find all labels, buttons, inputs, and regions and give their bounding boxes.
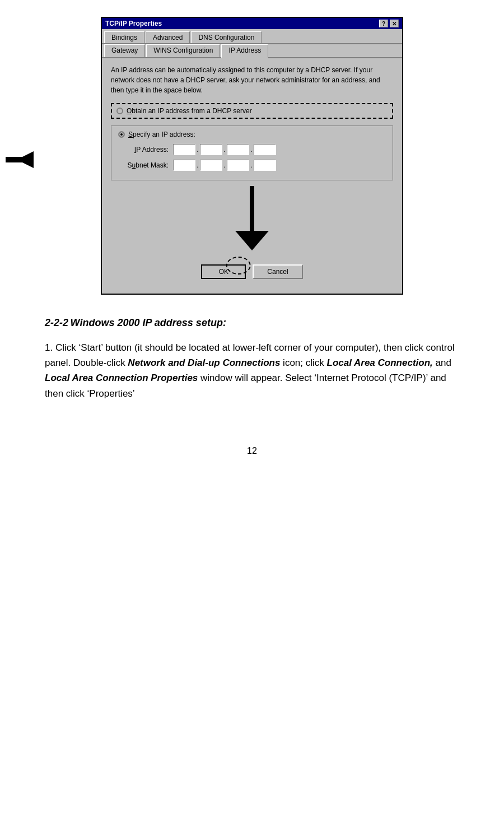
dhcp-radio-dashed-box: Obtain an IP address from a DHCP server (111, 103, 393, 119)
ip-field-4[interactable] (254, 144, 276, 155)
body-text-2: icon; click (280, 357, 326, 368)
screenshot-area: TCP/IP Properties ? ✕ Bindings Advanced (34, 17, 470, 295)
specify-radio-label: Specify an IP address: (128, 131, 195, 138)
tcp-ip-dialog: TCP/IP Properties ? ✕ Bindings Advanced (101, 17, 403, 295)
ip-dot-1: . (195, 146, 200, 154)
tab-gateway[interactable]: Gateway (104, 44, 145, 57)
tab-bindings[interactable]: Bindings (104, 31, 144, 43)
description-text: An IP address can be automatically assig… (111, 65, 393, 95)
dialog-title: TCP/IP Properties (105, 20, 162, 27)
ip-address-label: IP Address: (118, 146, 169, 154)
ok-button[interactable]: OK (201, 264, 246, 279)
subnet-mask-row: Subnet Mask: . . . (118, 160, 386, 171)
titlebar-controls: ? ✕ (379, 20, 399, 27)
svg-marker-3 (235, 231, 269, 250)
subnet-field-1[interactable] (173, 160, 195, 171)
tab-wins-configuration[interactable]: WINS Configuration (146, 44, 220, 57)
ip-address-row: IP Address: . . . (118, 144, 386, 155)
down-arrow-icon (235, 186, 269, 253)
cancel-button[interactable]: Cancel (253, 264, 302, 279)
bold-italic-3: Local Area Connection Properties (45, 373, 198, 383)
ip-address-fields: . . . (173, 144, 276, 155)
bold-italic-1: Network and Dial-up Connections (128, 357, 280, 368)
text-content: 2-2-2 Windows 2000 IP address setup: 1. … (34, 317, 470, 401)
subnet-field-4[interactable] (254, 160, 276, 171)
subnet-dot-2: . (222, 161, 227, 169)
subnet-field-2[interactable] (200, 160, 222, 171)
page-number: 12 (34, 446, 470, 456)
ip-field-3[interactable] (227, 144, 249, 155)
specify-radio-button[interactable] (118, 131, 125, 138)
dhcp-radio-label: Obtain an IP address from a DHCP server (127, 107, 252, 115)
dialog-titlebar: TCP/IP Properties ? ✕ (102, 18, 402, 29)
left-arrow-icon (6, 146, 34, 174)
dhcp-radio-button[interactable] (116, 108, 123, 114)
subnet-field-3[interactable] (227, 160, 249, 171)
close-button[interactable]: ✕ (390, 20, 399, 27)
tabs-row2: Gateway WINS Configuration IP Address (102, 44, 402, 58)
subnet-mask-fields: . . . (173, 160, 276, 171)
dialog-buttons: OK Cancel (111, 259, 393, 287)
body-paragraph: 1. Click ‘Start’ button (it should be lo… (45, 340, 459, 401)
dialog-content: An IP address can be automatically assig… (102, 58, 402, 294)
dialog-screenshot: TCP/IP Properties ? ✕ Bindings Advanced (101, 17, 403, 295)
dhcp-radio-row: Obtain an IP address from a DHCP server (116, 107, 388, 115)
help-button[interactable]: ? (379, 20, 388, 27)
subnet-dot-3: . (249, 161, 254, 169)
tabs-row1: Bindings Advanced DNS Configuration (102, 29, 402, 44)
subnet-dot-1: . (195, 161, 200, 169)
tab-ip-address[interactable]: IP Address (221, 44, 268, 58)
svg-rect-1 (6, 157, 22, 162)
section-heading: 2-2-2 Windows 2000 IP address setup: (45, 317, 459, 329)
ip-field-1[interactable] (173, 144, 195, 155)
down-arrow-container (111, 186, 393, 253)
ip-field-2[interactable] (200, 144, 222, 155)
body-text-3: and (433, 357, 451, 368)
ip-dot-3: . (249, 146, 254, 154)
subnet-mask-label: Subnet Mask: (118, 161, 169, 169)
ip-dot-2: . (222, 146, 227, 154)
specify-radio-row: Specify an IP address: (118, 131, 386, 138)
tab-dns-configuration[interactable]: DNS Configuration (191, 31, 262, 43)
page-wrapper: TCP/IP Properties ? ✕ Bindings Advanced (0, 0, 504, 490)
bold-italic-2: Local Area Connection, (327, 357, 433, 368)
specify-section: Specify an IP address: IP Address: . (111, 125, 393, 180)
tab-advanced[interactable]: Advanced (146, 31, 190, 43)
